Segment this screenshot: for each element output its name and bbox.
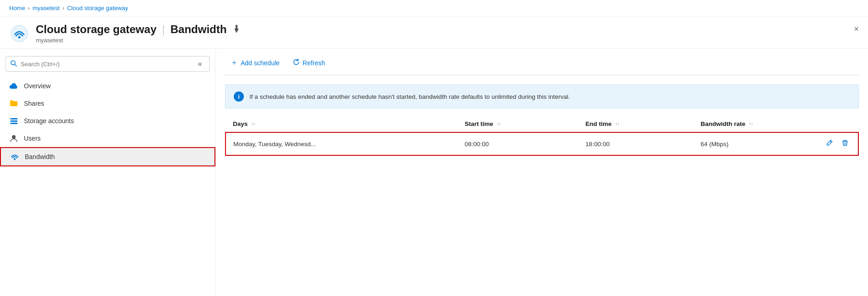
main-layout: « Overview Shares [0,49,868,296]
page-header-right: × [854,23,859,33]
folder-icon [9,99,18,108]
sort-arrows-start-time[interactable]: ↑↓ [497,122,501,126]
page-icon [9,23,29,44]
page-title: Cloud storage gateway | Bandwidth [36,23,241,36]
svg-point-12 [12,135,16,139]
table-header: Days ↑↓ Start time ↑↓ End time ↑↓ Band [225,116,858,132]
wifi-icon [10,152,19,161]
table-row[interactable]: Monday, Tuesday, Wednesd... 08:00:00 18:… [225,132,858,155]
row-actions [824,138,851,149]
col-end-time[interactable]: End time ↑↓ [578,116,693,132]
sort-arrows-end-time[interactable]: ↑↓ [615,122,620,126]
cell-end-time: 18:00:00 [578,132,693,155]
breadcrumb-sep-2: › [62,5,64,11]
cloud-icon [9,81,18,91]
page-title-group: Cloud storage gateway | Bandwidth myaset… [36,23,241,44]
sidebar-item-users[interactable]: Users [0,130,215,147]
svg-rect-14 [842,141,848,142]
sidebar-item-storage-accounts[interactable]: Storage accounts [0,112,215,130]
gateway-icon [10,24,28,43]
svg-rect-11 [11,123,11,124]
page-header-left: Cloud storage gateway | Bandwidth myaset… [9,23,241,44]
breadcrumb: Home › myasetest › Cloud storage gateway [0,0,868,17]
page-header: Cloud storage gateway | Bandwidth myaset… [0,17,868,49]
info-banner: i If a schedule has ended and another sc… [225,85,859,108]
svg-point-13 [14,159,16,160]
col-start-time[interactable]: Start time ↑↓ [457,116,578,132]
page-section-text: Bandwidth [170,23,227,36]
storage-icon [9,116,18,125]
sidebar-item-storage-accounts-label: Storage accounts [24,117,74,125]
pin-icon[interactable] [232,24,241,34]
collapse-sidebar-button[interactable]: « [195,59,205,69]
breadcrumb-home[interactable]: Home [9,5,25,11]
sidebar-item-users-label: Users [24,135,41,142]
refresh-button[interactable]: Refresh [287,56,333,70]
add-schedule-button[interactable]: ＋ Add schedule [225,55,287,70]
cell-days: Monday, Tuesday, Wednesd... [225,132,457,155]
close-button[interactable]: × [854,25,859,33]
user-icon [9,134,18,143]
table-body: Monday, Tuesday, Wednesd... 08:00:00 18:… [225,132,858,155]
col-days[interactable]: Days ↑↓ [225,116,457,132]
sort-arrows-days[interactable]: ↑↓ [251,122,255,126]
svg-rect-2 [236,25,237,28]
search-bar[interactable]: « [6,56,210,72]
page-subtitle: myasetest [36,37,241,44]
search-icon [11,60,17,68]
sidebar: « Overview Shares [0,49,216,296]
svg-point-1 [18,36,21,38]
search-input[interactable] [21,61,192,68]
sidebar-item-overview[interactable]: Overview [0,77,215,95]
sort-arrows-bandwidth-rate[interactable]: ↑↓ [749,122,753,126]
breadcrumb-sep-1: › [28,5,30,11]
cell-start-time: 08:00:00 [457,132,578,155]
edit-row-button[interactable] [824,138,835,149]
info-banner-text: If a schedule has ended and another sche… [249,93,570,100]
table-header-row: Days ↑↓ Start time ↑↓ End time ↑↓ Band [225,116,858,132]
sidebar-item-shares[interactable]: Shares [0,95,215,112]
breadcrumb-cloud-storage-gateway[interactable]: Cloud storage gateway [67,5,128,11]
svg-rect-9 [11,119,11,119]
svg-line-5 [15,64,17,66]
col-bandwidth-rate[interactable]: Bandwidth rate ↑↓ [693,116,858,132]
sidebar-item-bandwidth[interactable]: Bandwidth [0,147,215,166]
sidebar-item-overview-label: Overview [24,82,51,90]
sidebar-item-shares-label: Shares [24,100,44,107]
info-icon: i [234,91,244,102]
bandwidth-table: Days ↑↓ Start time ↑↓ End time ↑↓ Band [225,116,859,156]
refresh-label: Refresh [303,59,325,67]
content-area: ＋ Add schedule Refresh i If a schedul [216,49,868,296]
app-container: Home › myasetest › Cloud storage gateway… [0,0,868,296]
delete-row-button[interactable] [840,138,851,149]
sidebar-item-bandwidth-label: Bandwidth [25,153,55,160]
cell-bandwidth-rate: 64 (Mbps) [693,132,858,155]
breadcrumb-myasetest[interactable]: myasetest [33,5,60,11]
svg-rect-10 [11,121,11,121]
add-schedule-label: Add schedule [241,59,280,67]
page-title-text: Cloud storage gateway [36,23,157,36]
toolbar: ＋ Add schedule Refresh [225,49,859,75]
refresh-icon [293,58,300,68]
add-icon: ＋ [231,58,238,68]
